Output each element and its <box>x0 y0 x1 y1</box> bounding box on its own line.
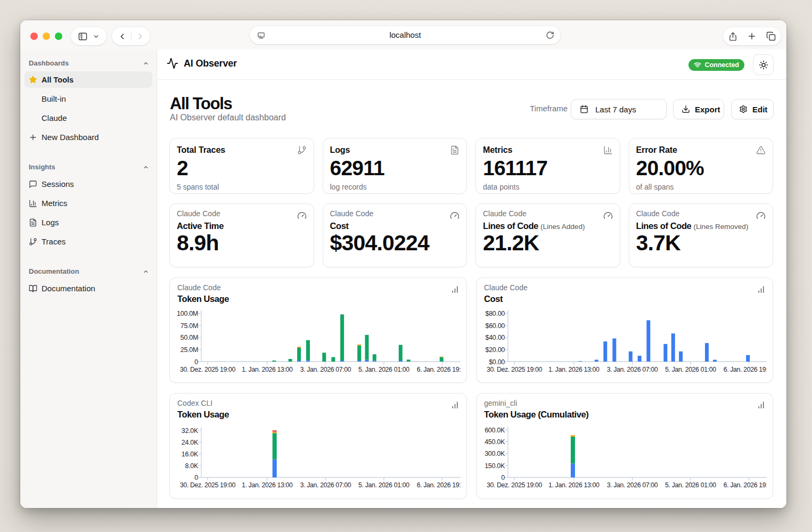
svg-text:$20.00: $20.00 <box>486 346 505 354</box>
svg-text:1. Jan. 2026 13:00: 1. Jan. 2026 13:00 <box>242 481 293 489</box>
svg-text:3. Jan. 2026 07:00: 3. Jan. 2026 07:00 <box>607 366 658 373</box>
svg-text:450.0K: 450.0K <box>485 438 505 446</box>
svg-text:$80.00: $80.00 <box>486 310 505 317</box>
svg-text:6. Jan. 2026 19:00: 6. Jan. 2026 19:00 <box>417 366 461 373</box>
svg-text:100.0M: 100.0M <box>177 310 198 317</box>
svg-text:30. Dez. 2025 19:00: 30. Dez. 2025 19:00 <box>487 366 543 373</box>
svg-text:$0.00: $0.00 <box>489 358 505 366</box>
svg-text:3. Jan. 2026 07:00: 3. Jan. 2026 07:00 <box>607 481 658 489</box>
svg-text:1. Jan. 2026 13:00: 1. Jan. 2026 13:00 <box>548 366 600 373</box>
svg-text:0: 0 <box>501 474 505 481</box>
svg-text:600.0K: 600.0K <box>485 427 505 434</box>
svg-text:3. Jan. 2026 07:00: 3. Jan. 2026 07:00 <box>300 366 351 373</box>
svg-text:6. Jan. 2026 19:00: 6. Jan. 2026 19:00 <box>417 481 461 489</box>
svg-text:5. Jan. 2026 01:00: 5. Jan. 2026 01:00 <box>665 366 716 373</box>
svg-text:$60.00: $60.00 <box>486 322 505 330</box>
svg-text:5. Jan. 2026 01:00: 5. Jan. 2026 01:00 <box>665 481 716 489</box>
svg-text:300.0K: 300.0K <box>485 450 505 457</box>
svg-text:32.0K: 32.0K <box>182 427 199 435</box>
svg-text:5. Jan. 2026 01:00: 5. Jan. 2026 01:00 <box>358 366 409 373</box>
svg-text:0: 0 <box>194 358 198 366</box>
svg-text:30. Dez. 2025 19:00: 30. Dez. 2025 19:00 <box>180 366 236 373</box>
svg-text:8.0K: 8.0K <box>185 462 198 470</box>
svg-text:75.0M: 75.0M <box>181 322 198 330</box>
svg-text:$40.00: $40.00 <box>486 334 505 341</box>
svg-text:6. Jan. 2026 19:00: 6. Jan. 2026 19:00 <box>724 366 767 373</box>
svg-text:150.0K: 150.0K <box>485 462 505 470</box>
svg-text:6. Jan. 2026 19:00: 6. Jan. 2026 19:00 <box>724 481 767 489</box>
svg-text:50.0M: 50.0M <box>181 334 198 341</box>
svg-text:3. Jan. 2026 07:00: 3. Jan. 2026 07:00 <box>300 481 351 489</box>
svg-text:25.0M: 25.0M <box>181 346 198 354</box>
svg-text:16.0K: 16.0K <box>182 451 199 458</box>
svg-text:1. Jan. 2026 13:00: 1. Jan. 2026 13:00 <box>242 366 293 373</box>
svg-text:30. Dez. 2025 19:00: 30. Dez. 2025 19:00 <box>487 481 543 489</box>
svg-text:24.0K: 24.0K <box>182 439 199 446</box>
svg-text:30. Dez. 2025 19:00: 30. Dez. 2025 19:00 <box>180 481 236 489</box>
svg-text:1. Jan. 2026 13:00: 1. Jan. 2026 13:00 <box>548 481 600 489</box>
svg-text:5. Jan. 2026 01:00: 5. Jan. 2026 01:00 <box>358 481 409 489</box>
svg-text:0: 0 <box>194 474 198 481</box>
